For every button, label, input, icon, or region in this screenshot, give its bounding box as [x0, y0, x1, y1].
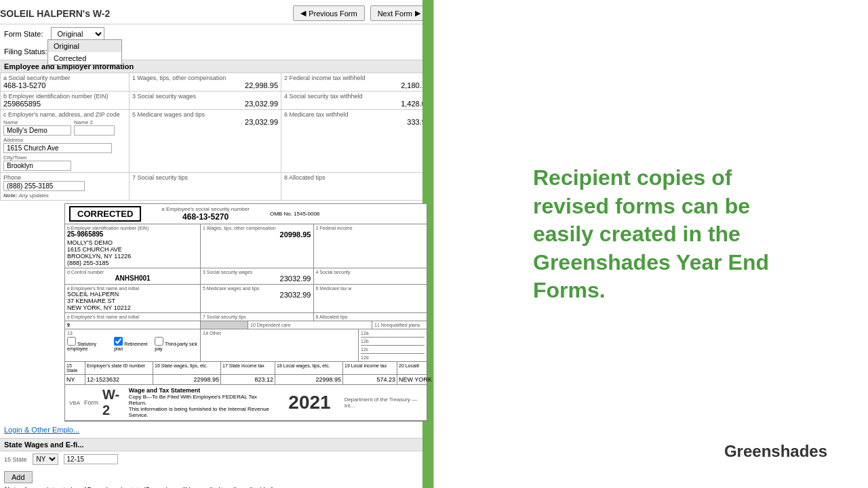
state-field-label: 15 State [4, 456, 27, 463]
omb-block: OMB No. 1545-0008 [270, 211, 319, 217]
prev-form-button[interactable]: ◀ Previous Form [293, 5, 365, 21]
w2-employee-name-cell: e Employee's first name and initial SOLE… [65, 285, 201, 312]
federal-tax-cell: 2 Federal income tax withheld 2,180.11 [281, 73, 433, 92]
w2-local-wages-label: 18 Local wages, tips, etc. [277, 363, 341, 368]
w2-box14-cell: 14 Other [201, 329, 359, 361]
w2-alloc-tips-cell: 8 Allocated tips [314, 313, 427, 321]
name2-input[interactable] [74, 125, 115, 136]
w2-med-wages-cell: 5 Medicare wages and tips 23032.99 [201, 285, 314, 312]
stat-emp-label: Statutory employee [67, 337, 110, 351]
w2-emp-addr2: NEW YORK, NY 10212 [67, 304, 198, 311]
ss-tips-grid: Phone Note: Any updates 7 Social securit… [0, 173, 433, 201]
w2-box9-label: 9 [67, 323, 198, 327]
w2-form-title: W-2 [102, 387, 125, 418]
employer-name-grid: c Employer's name, address, and ZIP code… [0, 110, 433, 173]
state-fields-row: 15 State NY [0, 451, 433, 467]
city-input[interactable] [3, 161, 71, 171]
w2-emp-addr1: 37 KENMARE ST [67, 298, 198, 304]
phone-cell: Phone Note: Any updates [1, 173, 130, 201]
alloc-tips-label: 8 Allocated tips [284, 174, 430, 181]
w2-dept: Department of the Treasury — Int... [344, 396, 422, 409]
right-panel: Recipient copies of revised forms can be… [434, 0, 868, 488]
login-link[interactable]: Login & Other Emplo... [4, 424, 429, 436]
medicare-tax-value: 333.98 [284, 118, 430, 126]
w2-logo-block: VBA Form W-2 Wage and Tax Statement Copy… [69, 387, 275, 418]
w2-state-id-cell: Employer's state ID number [85, 362, 153, 374]
w2-state-id-label: Employer's state ID number [87, 363, 151, 368]
next-form-label: Next Form [378, 9, 412, 18]
w2-locality-cell: 20 Localit [397, 362, 434, 374]
w2-wages-label: 1 Wages, tips, other compensation [203, 226, 311, 230]
form-state-dropdown-menu: Original Corrected [47, 39, 122, 65]
ret-plan-check[interactable] [114, 337, 123, 346]
ss-wages-value: 23,032.99 [132, 100, 278, 108]
w2-box12c-label: 12c [361, 347, 425, 352]
w2-box9-gray [201, 321, 248, 329]
w2-state-wages-label: 16 State wages, tips, etc. [155, 363, 219, 368]
w2-locality-label: 20 Localit [399, 363, 434, 368]
ein-cell: b Employer identification number (EIN) 2… [1, 92, 130, 110]
w2-employer-phone: (888) 255-3185 [67, 260, 198, 266]
w2-box12a-cell: 12a 12b 12c 12d [359, 329, 427, 361]
w2-med-wages-value: 23032.99 [203, 291, 311, 299]
promo-line1: Recipient copies of [533, 165, 732, 190]
wages-label: 1 Wages, tips, other compensation [132, 75, 278, 81]
ss-tax-label: 4 Social security tax withheld [284, 93, 430, 100]
w2-employer-name: MOLLY'S DEMO [67, 239, 198, 246]
w2-box9-row: 9 10 Dependent care 11 Nonqualified plan… [65, 321, 427, 329]
ein-value: 259865895 [3, 100, 126, 108]
phone-input[interactable] [3, 181, 85, 191]
prev-form-label: Previous Form [309, 9, 357, 18]
w2-emp-addr-label: e Employee's first name and initial [67, 314, 139, 319]
stat-emp-check[interactable] [67, 337, 76, 346]
form-state-dropdown[interactable]: Original Corrected [51, 27, 104, 41]
w2-ss-tips-label: 7 Social security tips [203, 314, 311, 319]
w2-ein-label: b Employer identification number (EIN) [67, 226, 198, 230]
w2-nonqual-label: 11 Nonqualified plans [374, 323, 425, 327]
dropdown-item-original[interactable]: Original [48, 40, 121, 52]
w2-med-wages-label: 5 Medicare wages and tips [203, 286, 311, 291]
promo-text: Recipient copies of revised forms can be… [533, 164, 769, 305]
form-state-label: Form State: [4, 30, 43, 38]
third-party-label: Third-party sick pay [155, 337, 198, 351]
federal-tax-label: 2 Federal income tax withheld [284, 75, 430, 81]
w2-state-wages-value: 22998.95 [153, 375, 221, 384]
w2-state-tax-label: 17 State income tax [222, 363, 273, 368]
state-id-input[interactable] [64, 454, 118, 464]
w2-state-id-value: 12-1523632 [85, 375, 153, 384]
name-input[interactable] [3, 125, 71, 136]
third-party-check[interactable] [155, 337, 163, 346]
w2-locality-value: NEW YORK [397, 375, 434, 384]
add-button[interactable]: Add [4, 471, 33, 483]
greenshades-logo: Greenshades [724, 442, 827, 461]
next-form-button[interactable]: Next Form ▶ [370, 5, 428, 21]
wages-value: 22,998.95 [132, 81, 278, 89]
filing-status-label: Filing Status: [4, 47, 47, 56]
dropdown-item-corrected[interactable]: Corrected [48, 52, 121, 64]
w2-fed-tax-label: 2 Federal income [316, 226, 425, 230]
promo-line5: Forms. [533, 278, 606, 302]
w2-ssn-label: a Employee's social security number [161, 206, 250, 212]
ein-label: b Employer identification number (EIN) [3, 93, 126, 100]
w2-ein-value: 25-9865895 [67, 230, 198, 238]
name-label-block: Name [3, 119, 71, 136]
w2-state-tax-cell: 17 State income tax [221, 362, 275, 374]
w2-ss-wages-cell: 3 Social security wages 23032.99 [201, 268, 314, 284]
w2-box9-cell: 9 [65, 321, 201, 329]
w2-wages-value: 20998.95 [203, 230, 311, 239]
corrected-stamp: CORRECTED [69, 206, 141, 222]
w2-box10-label: 10 Dependent care [250, 323, 370, 327]
state-select[interactable]: NY [33, 453, 58, 465]
promo-line3: easily created in the [533, 222, 741, 246]
nav-buttons: ◀ Previous Form Next Form ▶ [293, 5, 428, 21]
address-input[interactable] [3, 143, 112, 153]
note-value: Any updates [18, 192, 48, 199]
box13-checkboxes: Statutory employee Retirement plan Third… [67, 337, 198, 351]
name-row: Name Name 2 [3, 119, 126, 136]
w2-medicare-row: e Employee's first name and initial SOLE… [65, 285, 427, 313]
w2-local-wages-cell: 18 Local wages, tips, etc. [275, 362, 343, 374]
w2-doc-header: CORRECTED a Employee's social security n… [65, 204, 427, 224]
w2-employer-cell: b Employer identification number (EIN) 2… [65, 224, 201, 268]
name2-label-block: Name 2 [74, 119, 115, 136]
w2-document: CORRECTED a Employee's social security n… [64, 203, 427, 422]
